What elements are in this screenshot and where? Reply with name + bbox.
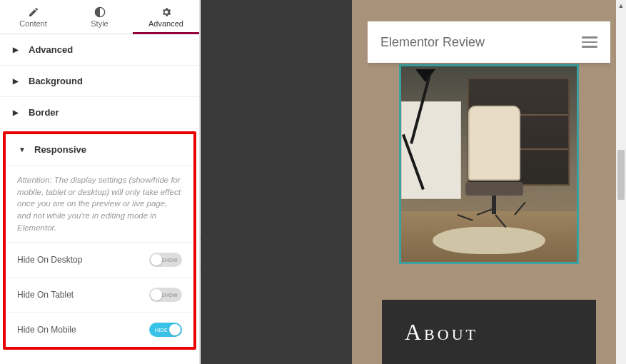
tab-label: Content	[19, 19, 47, 28]
section-label: Background	[29, 76, 83, 86]
hamburger-menu-button[interactable]	[582, 36, 597, 48]
section-label: Border	[29, 107, 59, 118]
toggle-label: Hide On Desktop	[17, 255, 82, 265]
about-section: About	[382, 300, 596, 364]
tab-label: Style	[91, 19, 108, 28]
gear-icon	[161, 6, 172, 18]
section-label: Responsive	[34, 144, 86, 155]
preview-area: Elementor Review About	[352, 0, 626, 364]
site-title: Elementor Review	[380, 35, 485, 50]
pencil-icon	[28, 6, 39, 18]
caret-right-icon: ▶	[13, 108, 20, 116]
preview-body: About	[368, 63, 610, 364]
toggle-knob	[169, 324, 181, 335]
section-background[interactable]: ▶ Background	[0, 66, 199, 97]
contrast-icon	[94, 6, 106, 18]
row-hide-mobile: Hide On Mobile HIDE	[6, 313, 193, 347]
row-hide-tablet: Hide On Tablet SHOW	[6, 278, 193, 313]
section-advanced[interactable]: ▶ Advanced	[0, 34, 199, 66]
canvas-gutter	[201, 0, 352, 364]
toggle-hide-tablet[interactable]: SHOW	[149, 288, 182, 302]
about-heading: About	[405, 319, 478, 345]
toggle-label: Hide On Mobile	[17, 325, 76, 335]
scroll-up-arrow-icon[interactable]: ▲	[616, 0, 626, 11]
section-label: Advanced	[29, 44, 73, 55]
toggle-text: SHOW	[161, 293, 178, 298]
section-responsive[interactable]: ▼ Responsive	[6, 134, 193, 166]
section-border[interactable]: ▶ Border	[0, 97, 199, 128]
tab-label: Advanced	[148, 19, 183, 28]
hero-image	[399, 64, 579, 264]
toggle-hide-desktop[interactable]: SHOW	[149, 253, 182, 267]
mobile-preview: Elementor Review About	[368, 21, 610, 364]
panel-tabs: Content Style Advanced	[0, 0, 199, 34]
responsive-highlight: ▼ Responsive Attention: The display sett…	[3, 131, 196, 350]
tab-content[interactable]: Content	[0, 0, 66, 34]
responsive-attention-text: Attention: The display settings (show/hi…	[6, 166, 193, 243]
toggle-knob	[151, 289, 162, 300]
tab-advanced[interactable]: Advanced	[133, 0, 199, 34]
vertical-scrollbar[interactable]: ▲	[616, 0, 626, 364]
row-hide-desktop: Hide On Desktop SHOW	[6, 243, 193, 278]
caret-right-icon: ▶	[13, 77, 20, 85]
site-header: Elementor Review	[368, 21, 610, 63]
toggle-text: HIDE	[155, 328, 168, 333]
caret-down-icon: ▼	[19, 146, 26, 153]
toggle-text: SHOW	[161, 258, 178, 263]
toggle-knob	[151, 254, 162, 266]
caret-right-icon: ▶	[13, 46, 20, 54]
editor-panel: Content Style Advanced ▶ Advanced ▶ Back…	[0, 0, 200, 364]
toggle-label: Hide On Tablet	[17, 290, 74, 300]
tab-style[interactable]: Style	[66, 0, 133, 34]
scrollbar-thumb[interactable]	[617, 150, 625, 200]
toggle-hide-mobile[interactable]: HIDE	[149, 323, 182, 337]
